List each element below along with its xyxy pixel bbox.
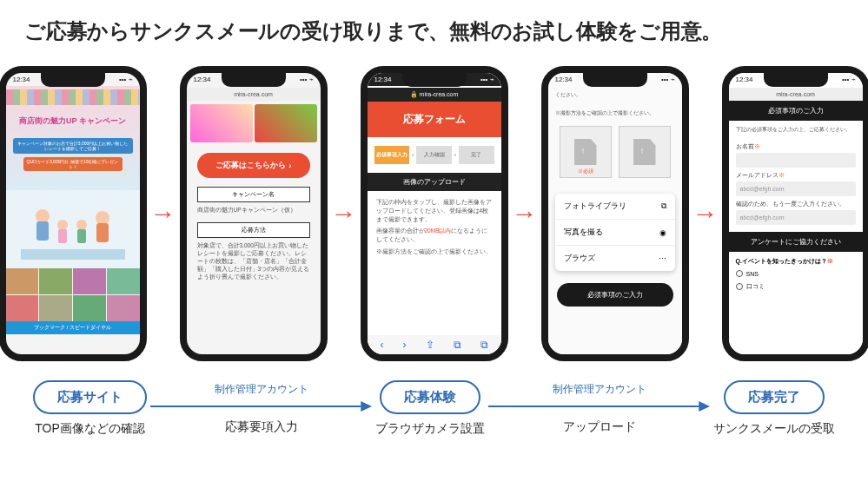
- menu-take-photo[interactable]: 写真を撮る◉: [555, 220, 675, 246]
- campaign-name-label: キャンペーン名: [197, 187, 310, 202]
- arrow-icon: →: [150, 201, 176, 227]
- upload-body: 下記の枠内をタップし、撮影した画像をアップロードしてください。登録画像は4枚まで…: [368, 191, 501, 263]
- name-input[interactable]: [736, 153, 856, 168]
- required-lead: 下記の必須事項をご入力の上、ご応募ください。: [729, 121, 863, 139]
- flow-arrow-1: 制作管理アカウント 応募要項入力: [150, 382, 372, 435]
- browser-nav[interactable]: ‹ › ⇪ ⧉ ⧉: [368, 335, 501, 354]
- address-bar: ブックマーク / スピードダイヤル: [6, 321, 140, 334]
- nav-back-icon[interactable]: ‹: [381, 339, 384, 351]
- status-time: 12:34: [13, 76, 30, 83]
- upload-note-1: ください。: [548, 86, 682, 104]
- form-header: 応募フォーム: [368, 102, 501, 137]
- radio-icon: [736, 270, 743, 277]
- campaign-banner: 商店街の魅力UP キャンペーン キャンペーン対象のお店で合計3,000円以上お買…: [6, 86, 140, 190]
- status-icons: ••• ⌁: [119, 76, 133, 83]
- thumbnail-grid: [6, 268, 140, 321]
- phone-3: 12:34••• ⌁ 🔒 mira-crea.com 応募フォーム 必須事項入力…: [361, 66, 508, 361]
- nav-forward-icon[interactable]: ›: [403, 339, 407, 351]
- flow-node-2: 応募体験 ブラウザカメラ設置: [375, 380, 485, 437]
- flow-oval-experience: 応募体験: [380, 380, 480, 414]
- step-2: 入力確認: [416, 146, 451, 164]
- file-upload-icon: [633, 139, 656, 165]
- arrow-icon: →: [331, 201, 357, 227]
- email-confirm-input[interactable]: abcd@efgh.com: [736, 210, 856, 225]
- flow-diagram: 応募サイト TOP画像などの確認 制作管理アカウント 応募要項入力 応募体験 ブ…: [24, 380, 844, 437]
- flow-node-3: 応募完了 サンクスメールの受取: [713, 380, 835, 437]
- apply-cta-button[interactable]: ご応募はこちらから›: [197, 153, 310, 178]
- svg-point-4: [76, 220, 87, 230]
- svg-rect-3: [58, 229, 67, 243]
- phones-row: 12:34••• ⌁ 商店街の魅力UP キャンペーン キャンペーン対象のお店で合…: [24, 66, 844, 361]
- upload-header: 画像のアップロード: [368, 173, 501, 191]
- phone-2: 12:34••• ⌁ mira-crea.com ご応募はこちらから› キャンペ…: [180, 66, 328, 361]
- flow-oval-complete: 応募完了: [724, 380, 825, 414]
- svg-point-6: [96, 211, 109, 225]
- survey-q1: Q.イベントを知ったきっかけは？※: [729, 252, 863, 267]
- phone-5: 12:34••• ⌁ mira-crea.com 必須事項のご入力 下記の必須事…: [722, 66, 869, 361]
- flow-arrow-2: 制作管理アカウント アップロード: [488, 382, 710, 435]
- phone-1: 12:34••• ⌁ 商店街の魅力UP キャンペーン キャンペーン対象のお店で合…: [0, 66, 147, 361]
- nav-bookmarks-icon[interactable]: ⧉: [454, 339, 461, 351]
- survey-opt-sns[interactable]: SNS: [729, 267, 863, 280]
- survey-opt-kuchikomi[interactable]: 口コミ: [729, 280, 863, 293]
- file-upload-icon: [574, 139, 597, 165]
- photo-row: [187, 101, 321, 146]
- url-bar: 🔒 mira-crea.com: [368, 88, 501, 102]
- page-headline: ご応募からサンクスメールの受け取りまで、無料のお試し体験をご用意。: [24, 17, 844, 45]
- campaign-title: 商店街の魅力UP キャンペーン: [6, 115, 140, 127]
- step-indicator: 必須事項入力 › 入力確認 › 完了: [368, 137, 501, 173]
- email-input[interactable]: abcd@efgh.com: [736, 181, 856, 196]
- svg-rect-5: [77, 229, 86, 243]
- phone-4: 12:34••• ⌁ ください。 ※撮影方法をご確認の上で撮影ください。 ※必須…: [541, 66, 689, 361]
- menu-browse[interactable]: ブラウズ⋯: [555, 246, 675, 271]
- apply-method-label: 応募方法: [197, 222, 310, 238]
- apply-method-text: 対象店で、合計3,000円以上お買い物したレシートを撮影しご応募ください。レシー…: [197, 241, 310, 280]
- upload-note-2: ※撮影方法をご確認の上で撮影ください。: [548, 104, 682, 122]
- photo-source-menu: フォトライブラリ⧉ 写真を撮る◉ ブラウズ⋯: [555, 194, 675, 271]
- nav-share-icon[interactable]: ⇪: [426, 339, 434, 351]
- svg-point-0: [36, 209, 50, 223]
- name-label: お名前※: [729, 139, 863, 153]
- svg-marker-12: [699, 401, 710, 412]
- svg-rect-8: [21, 249, 125, 260]
- survey-header: アンケートにご協力ください: [729, 232, 863, 252]
- url-bar: mira-crea.com: [729, 88, 863, 101]
- campaign-sub2: QUOカード3,000円分 抽選で10名様にプレゼント！: [23, 157, 123, 171]
- svg-marker-10: [361, 401, 372, 412]
- flow-oval-site: 応募サイト: [33, 380, 147, 414]
- radio-icon: [736, 283, 743, 290]
- required-header: 必須事項のご入力: [729, 101, 863, 121]
- campaign-name-text: 商店街の魅力UPキャンペーン（仮）: [197, 206, 310, 214]
- required-input-button[interactable]: 必須事項のご入力: [557, 283, 673, 307]
- url-bar: mira-crea.com: [187, 88, 321, 101]
- email-label: メールアドレス※: [729, 168, 863, 181]
- more-icon: ⋯: [659, 254, 666, 263]
- chevron-right-icon: ›: [289, 162, 292, 170]
- step-1: 必須事項入力: [374, 146, 409, 164]
- step-3: 完了: [459, 146, 494, 164]
- file-upload-box[interactable]: [619, 126, 671, 178]
- svg-rect-1: [36, 221, 49, 241]
- nav-tabs-icon[interactable]: ⧉: [480, 339, 488, 351]
- svg-point-2: [57, 220, 68, 230]
- flow-node-1: 応募サイト TOP画像などの確認: [33, 380, 147, 437]
- svg-rect-7: [96, 223, 109, 242]
- menu-photo-library[interactable]: フォトライブラリ⧉: [555, 194, 675, 220]
- arrow-icon: →: [512, 201, 538, 227]
- email-confirm-label: 確認のため、もう一度ご入力ください。: [729, 196, 863, 210]
- family-illustration: [6, 190, 140, 268]
- arrow-icon: →: [692, 201, 719, 227]
- photo-library-icon: ⧉: [661, 201, 666, 211]
- file-upload-box[interactable]: ※必須: [560, 126, 612, 178]
- campaign-sub1: キャンペーン対象のお店で合計3,000円以上お買い物したレシートを撮影してご応募…: [13, 138, 133, 154]
- camera-icon: ◉: [659, 228, 666, 237]
